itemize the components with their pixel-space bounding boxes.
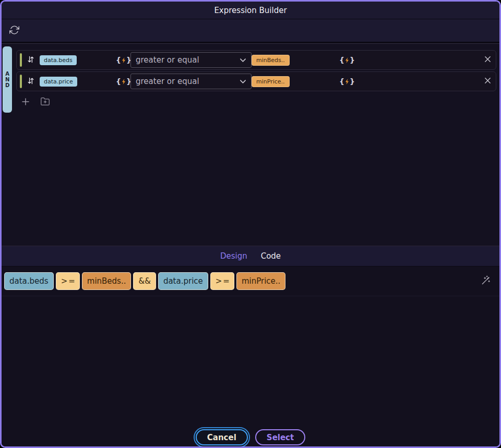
drag-handle[interactable] [27, 55, 35, 65]
close-brace: } [350, 56, 355, 64]
tab-code[interactable]: Code [261, 251, 281, 261]
close-icon [484, 77, 492, 86]
field-chip[interactable]: data.price [40, 77, 77, 87]
operator-select[interactable]: greater or equal [130, 52, 252, 68]
operator-value: greater or equal [136, 77, 199, 86]
close-icon [484, 55, 492, 65]
value-chip[interactable]: minPrice.. [252, 76, 290, 87]
toolbar [2, 19, 499, 43]
row-accent-bar [20, 75, 22, 88]
condition-rows: data.beds {} greater or equal minBeds.. … [16, 46, 496, 113]
expression-token: data.price [158, 272, 208, 290]
dialog-titlebar: Expression Builder [2, 2, 499, 19]
format-expression-button[interactable] [480, 275, 491, 287]
value-chip[interactable]: minBeds.. [252, 55, 290, 66]
open-brace: { [339, 56, 344, 64]
expression-token: >= [56, 272, 80, 290]
condition-group: AND [3, 46, 496, 113]
lightning-icon [122, 57, 126, 64]
value-fx-button[interactable]: {} [339, 56, 355, 64]
expression-token: minPrice.. [236, 272, 285, 290]
expression-builder-dialog: Expression Builder AND [0, 0, 501, 448]
lightning-icon [345, 57, 349, 64]
add-condition-button[interactable] [20, 96, 31, 108]
open-brace: { [116, 56, 121, 64]
expression-preview: data.beds >= minBeds.. && data.price >= … [2, 267, 499, 296]
condition-row: data.beds {} greater or equal minBeds.. … [16, 50, 496, 70]
builder-canvas: AND [2, 43, 499, 246]
lightning-icon [345, 78, 349, 85]
group-operator-toggle[interactable]: AND [3, 46, 12, 113]
chevron-down-icon [240, 77, 246, 86]
field-cell: data.price [20, 75, 117, 88]
field-fx-button[interactable]: {} [116, 77, 132, 86]
drag-handle[interactable] [27, 77, 35, 87]
condition-row: data.price {} greater or equal minPrice.… [16, 71, 496, 91]
open-brace: { [339, 77, 344, 86]
field-cell: data.beds [20, 53, 117, 67]
select-button[interactable]: Select [255, 429, 305, 445]
lightning-icon [122, 78, 126, 85]
field-fx-button[interactable]: {} [116, 56, 132, 64]
folder-plus-icon [40, 97, 50, 107]
refresh-button[interactable] [8, 23, 21, 38]
refresh-icon [9, 25, 20, 37]
operator-value: greater or equal [136, 55, 199, 65]
dialog-footer: Cancel Select [2, 296, 499, 446]
cancel-button[interactable]: Cancel [196, 429, 248, 445]
add-actions [16, 93, 496, 113]
expression-token: data.beds [4, 272, 54, 290]
dialog-title: Expression Builder [214, 6, 287, 15]
expression-token: && [133, 272, 156, 290]
plus-icon [21, 98, 30, 107]
operator-select[interactable]: greater or equal [130, 74, 252, 89]
add-group-button[interactable] [39, 96, 51, 108]
magic-wand-icon [480, 275, 491, 287]
field-chip[interactable]: data.beds [40, 55, 77, 65]
group-operator-label: AND [5, 71, 9, 88]
close-brace: } [350, 77, 355, 86]
tab-design[interactable]: Design [220, 251, 247, 261]
open-brace: { [116, 77, 121, 86]
expression-token: >= [210, 272, 234, 290]
expression-token: minBeds.. [82, 272, 132, 290]
row-accent-bar [20, 53, 22, 67]
chevron-down-icon [240, 55, 246, 65]
sort-arrows-icon [27, 55, 35, 65]
sort-arrows-icon [27, 77, 35, 87]
view-tabbar: Design Code [2, 246, 499, 267]
value-fx-button[interactable]: {} [339, 77, 355, 86]
remove-condition-button[interactable] [484, 77, 492, 86]
remove-condition-button[interactable] [484, 55, 492, 65]
